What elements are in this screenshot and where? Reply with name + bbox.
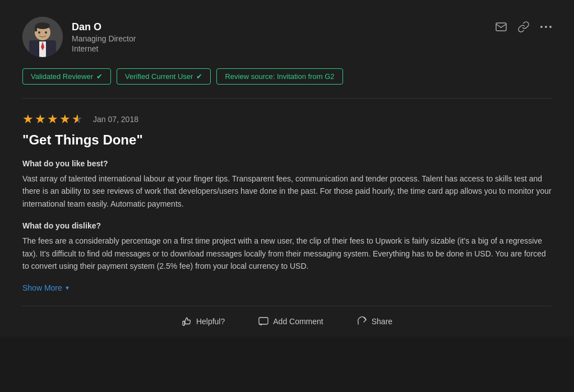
verified-label: Verified Current User bbox=[125, 72, 193, 81]
badge-source: Review source: Invitation from G2 bbox=[216, 68, 342, 85]
dislike-label: What do you dislike? bbox=[22, 221, 552, 230]
avatar bbox=[22, 17, 63, 57]
section-like: What do you like best? Vast array of tal… bbox=[22, 159, 552, 210]
like-text: Vast array of talented international lab… bbox=[22, 172, 552, 210]
link-icon[interactable] bbox=[518, 21, 529, 32]
top-divider bbox=[22, 98, 552, 99]
badges-container: Validated Reviewer ✔ Verified Current Us… bbox=[22, 68, 552, 85]
chevron-down-icon: ▾ bbox=[66, 284, 69, 292]
svg-rect-9 bbox=[496, 23, 506, 31]
star-3: ★ bbox=[47, 112, 58, 127]
add-comment-label: Add Comment bbox=[273, 317, 323, 326]
star-1: ★ bbox=[22, 112, 34, 127]
header-actions bbox=[496, 17, 552, 32]
review-header: Dan O Managing Director Internet bbox=[22, 17, 552, 57]
svg-rect-13 bbox=[259, 318, 268, 324]
user-title: Managing Director bbox=[72, 34, 136, 43]
share-label: Share bbox=[372, 317, 392, 326]
thumbs-up-icon bbox=[182, 316, 192, 326]
show-more-label: Show More bbox=[22, 283, 62, 292]
helpful-button[interactable]: Helpful? bbox=[182, 316, 225, 326]
show-more-button[interactable]: Show More ▾ bbox=[22, 283, 69, 292]
share-icon bbox=[357, 316, 367, 326]
star-rating: ★ ★ ★ ★ ★ ★ bbox=[22, 112, 84, 127]
dislike-text: The fees are a considerably percentage o… bbox=[22, 235, 552, 272]
user-company: Internet bbox=[72, 44, 136, 53]
checkmark-icon: ✔ bbox=[96, 72, 103, 81]
add-comment-button[interactable]: Add Comment bbox=[258, 316, 323, 326]
badge-validated: Validated Reviewer ✔ bbox=[22, 68, 111, 85]
checkmark-icon: ✔ bbox=[196, 72, 202, 81]
share-button[interactable]: Share bbox=[357, 316, 392, 326]
star-2: ★ bbox=[35, 112, 46, 127]
badge-verified: Verified Current User ✔ bbox=[117, 68, 211, 85]
svg-rect-6 bbox=[35, 26, 37, 31]
validated-label: Validated Reviewer bbox=[31, 72, 93, 81]
comment-icon bbox=[258, 316, 269, 326]
review-meta: ★ ★ ★ ★ ★ ★ Jan 07, 2018 bbox=[22, 112, 552, 127]
svg-point-12 bbox=[549, 26, 552, 28]
user-info: Dan O Managing Director Internet bbox=[22, 17, 136, 57]
review-title: "Get Things Done" bbox=[22, 132, 552, 148]
star-4: ★ bbox=[59, 112, 71, 127]
footer-actions: Helpful? Add Comment Share bbox=[22, 306, 552, 337]
helpful-label: Helpful? bbox=[196, 317, 225, 326]
svg-point-5 bbox=[35, 22, 50, 29]
svg-point-7 bbox=[38, 31, 40, 34]
svg-point-11 bbox=[545, 26, 547, 28]
review-card: Dan O Managing Director Internet bbox=[0, 0, 574, 337]
mail-icon[interactable] bbox=[496, 22, 507, 31]
like-label: What do you like best? bbox=[22, 159, 552, 168]
svg-point-8 bbox=[45, 31, 47, 34]
source-label: Review source: Invitation from G2 bbox=[225, 72, 334, 81]
section-dislike: What do you dislike? The fees are a cons… bbox=[22, 221, 552, 272]
user-name: Dan O bbox=[72, 21, 136, 33]
review-date: Jan 07, 2018 bbox=[93, 115, 138, 124]
user-details: Dan O Managing Director Internet bbox=[72, 21, 136, 53]
star-5-half: ★ ★ bbox=[72, 112, 84, 127]
svg-point-10 bbox=[540, 26, 543, 28]
more-icon[interactable] bbox=[540, 25, 552, 29]
